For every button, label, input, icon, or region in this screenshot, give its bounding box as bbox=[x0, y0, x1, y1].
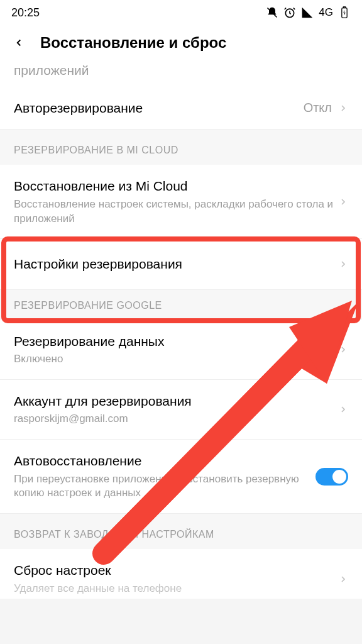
row-data-backup[interactable]: Резервирование данных Включено bbox=[0, 320, 362, 380]
row-value: Откл bbox=[304, 101, 332, 115]
header: Восстановление и сброс bbox=[0, 25, 362, 63]
section-mi-cloud: РЕЗЕРВИРОВАНИЕ В MI CLOUD bbox=[0, 130, 362, 165]
row-backup-settings[interactable]: Настройки резервирования bbox=[0, 239, 362, 289]
row-restore-mi-cloud[interactable]: Восстановление из Mi Cloud Восстановлени… bbox=[0, 165, 362, 239]
row-subtitle: Удаляет все данные на телефоне bbox=[14, 582, 338, 596]
chevron-right-icon bbox=[338, 259, 348, 269]
section-google: РЕЗЕРВИРОВАНИЕ GOOGLE bbox=[0, 290, 362, 320]
mute-icon bbox=[266, 6, 278, 19]
chevron-right-icon bbox=[338, 404, 348, 414]
status-time: 20:25 bbox=[11, 6, 40, 19]
row-title: Настройки резервирования bbox=[14, 255, 338, 272]
row-subtitle: Восстановление настроек системы, расклад… bbox=[14, 197, 338, 226]
signal-icon bbox=[301, 6, 314, 19]
chevron-right-icon bbox=[338, 345, 348, 355]
row-title: Автовосстановление bbox=[14, 452, 307, 469]
section-factory: ВОЗВРАТ К ЗАВОДСКИМ НАСТРОЙКАМ bbox=[0, 514, 362, 549]
status-bar: 20:25 4G bbox=[0, 0, 362, 25]
chevron-left-icon bbox=[13, 37, 25, 48]
truncated-row: приложений bbox=[0, 63, 362, 87]
row-backup-account[interactable]: Аккаунт для резервирования rasporskijm@g… bbox=[0, 380, 362, 440]
chevron-right-icon bbox=[338, 103, 348, 113]
chevron-right-icon bbox=[338, 574, 348, 584]
toggle-auto-restore[interactable] bbox=[315, 468, 348, 486]
alarm-icon bbox=[283, 6, 296, 19]
page-title: Восстановление и сброс bbox=[40, 34, 226, 52]
row-title: Авторезервирование bbox=[14, 99, 304, 116]
row-auto-backup[interactable]: Авторезервирование Откл bbox=[0, 87, 362, 130]
row-subtitle: При переустановке приложения восстановит… bbox=[14, 472, 307, 501]
status-icons: 4G bbox=[266, 6, 351, 19]
back-button[interactable] bbox=[11, 35, 26, 50]
row-auto-restore[interactable]: Автовосстановление При переустановке при… bbox=[0, 440, 362, 514]
row-title: Сброс настроек bbox=[14, 562, 338, 579]
row-subtitle: rasporskijm@gmail.com bbox=[14, 412, 338, 426]
row-subtitle: Включено bbox=[14, 352, 338, 367]
row-title: Резервирование данных bbox=[14, 333, 338, 350]
svg-rect-3 bbox=[343, 7, 345, 8]
chevron-right-icon bbox=[338, 197, 348, 207]
row-title: Аккаунт для резервирования bbox=[14, 392, 338, 409]
battery-icon bbox=[338, 6, 351, 19]
row-title: Восстановление из Mi Cloud bbox=[14, 177, 338, 194]
network-label: 4G bbox=[319, 6, 333, 19]
row-reset-settings[interactable]: Сброс настроек Удаляет все данные на тел… bbox=[0, 549, 362, 598]
